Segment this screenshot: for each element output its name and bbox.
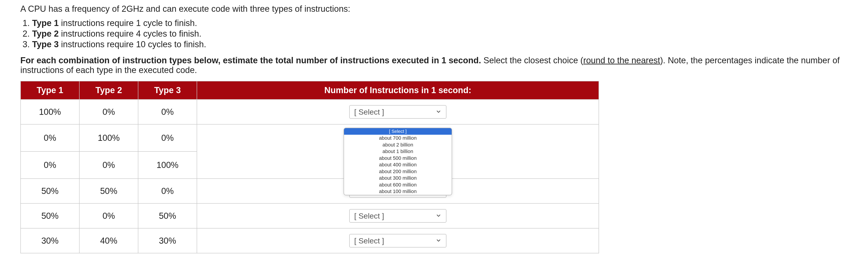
cell-t1: 50% [21,203,79,228]
chevron-down-icon [436,107,441,117]
select-placeholder: [ Select ] [354,107,384,117]
type-1-desc: instructions require 1 cycle to finish. [59,18,197,28]
answer-select-row5[interactable]: [ Select ] [349,209,446,223]
header-answer: Number of Instructions in 1 second: [197,81,599,99]
cell-t2: 50% [79,179,138,203]
type-3-desc: instructions require 10 cycles to finish… [59,39,206,49]
prompt-underline: round to the nearest [583,56,660,65]
header-type3: Type 3 [138,81,197,99]
dropdown-header[interactable]: [ Select ] [344,128,452,135]
cell-t1: 50% [21,179,79,203]
dropdown-option[interactable]: about 200 million [344,168,452,175]
chevron-down-icon [436,236,441,245]
answer-select-row1[interactable]: [ Select ] [349,105,446,119]
type-3-item: Type 3 instructions require 10 cycles to… [32,39,848,49]
dropdown-option[interactable]: about 700 million [344,135,452,141]
cell-t2: 40% [79,228,138,253]
answer-cell: [ Select ] [197,99,599,124]
header-type1: Type 1 [21,81,79,99]
cell-t2: 0% [79,203,138,228]
dropdown-option[interactable]: about 1 billion [344,148,452,155]
dropdown-option[interactable]: about 500 million [344,155,452,162]
cell-t3: 0% [138,99,197,124]
type-3-label: Type 3 [32,39,59,49]
intro-text: A CPU has a frequency of 2GHz and can ex… [20,4,848,14]
answer-cell-open: [ Select ] about 700 million about 2 bil… [197,124,599,179]
table-header-row: Type 1 Type 2 Type 3 Number of Instructi… [21,81,599,99]
dropdown-option[interactable]: about 300 million [344,175,452,182]
cell-t3: 100% [138,152,197,179]
cell-t3: 0% [138,124,197,152]
answer-cell: [ Select ] [197,228,599,253]
cell-t3: 50% [138,203,197,228]
cell-t1: 30% [21,228,79,253]
dropdown-option[interactable]: about 600 million [344,182,452,188]
answer-select-row2-open[interactable]: [ Select ] about 700 million about 2 bil… [344,128,452,195]
dropdown-option[interactable]: about 2 billion [344,141,452,148]
cell-t2: 0% [79,152,138,179]
cell-t3: 0% [138,179,197,203]
type-1-label: Type 1 [32,18,59,28]
prompt-bold: For each combination of instruction type… [20,56,481,65]
cell-t2: 0% [79,99,138,124]
table-row: 100% 0% 0% [ Select ] [21,99,599,124]
combinations-table: Type 1 Type 2 Type 3 Number of Instructi… [20,81,599,253]
select-placeholder: [ Select ] [354,212,384,220]
chevron-down-icon [436,212,441,220]
select-placeholder: [ Select ] [354,236,384,245]
answer-cell: [ Select ] [197,203,599,228]
type-2-item: Type 2 instructions require 4 cycles to … [32,29,848,39]
prompt-rest-a: Select the closest choice ( [481,56,583,65]
type-1-item: Type 1 instructions require 1 cycle to f… [32,18,848,28]
cell-t3: 30% [138,228,197,253]
type-2-label: Type 2 [32,29,59,38]
table-row: 50% 0% 50% [ Select ] [21,203,599,228]
header-type2: Type 2 [79,81,138,99]
instruction-types-list: Type 1 instructions require 1 cycle to f… [32,18,848,49]
type-2-desc: instructions require 4 cycles to finish. [59,29,202,38]
cell-t1: 0% [21,124,79,152]
table-row: 30% 40% 30% [ Select ] [21,228,599,253]
cell-t1: 100% [21,99,79,124]
dropdown-option[interactable]: about 400 million [344,161,452,168]
table-row: 0% 100% 0% [ Select ] about 700 million … [21,124,599,152]
dropdown-option[interactable]: about 100 million [344,188,452,195]
table-row: 50% 50% 0% [ Select ] [21,179,599,203]
answer-select-row6[interactable]: [ Select ] [349,234,446,248]
prompt-text: For each combination of instruction type… [20,56,848,75]
cell-t1: 0% [21,152,79,179]
cell-t2: 100% [79,124,138,152]
